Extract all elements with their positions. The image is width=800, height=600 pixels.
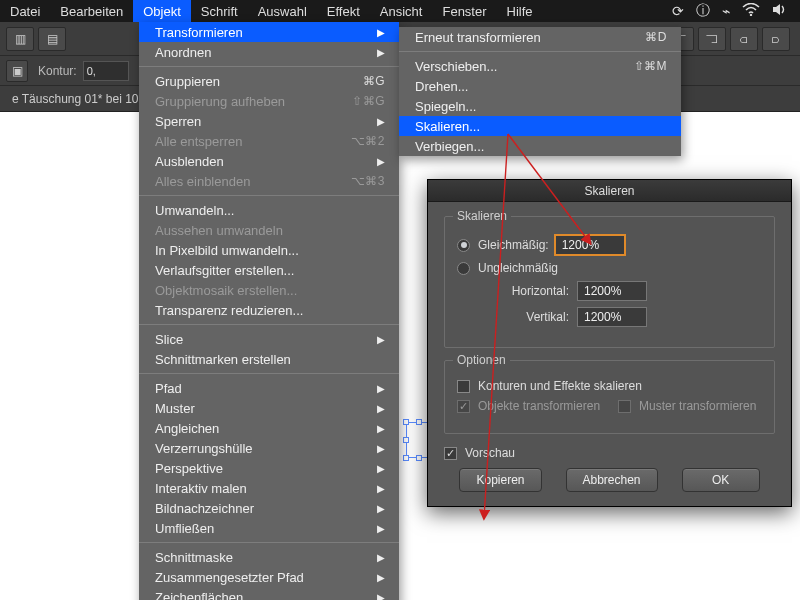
menu-item-label: Zeichenflächen (155, 590, 243, 601)
menu-fenster[interactable]: Fenster (432, 0, 496, 22)
preview-label: Vorschau (465, 446, 515, 460)
patterns-check (618, 400, 631, 413)
menu-item-label: Alle entsperren (155, 134, 242, 149)
vertical-input[interactable] (577, 307, 647, 327)
menubar: Datei Bearbeiten Objekt Schrift Auswahl … (0, 0, 800, 22)
ok-button[interactable]: OK (682, 468, 760, 492)
submenu-arrow-icon: ▶ (377, 27, 385, 38)
submenu-arrow-icon: ▶ (377, 552, 385, 563)
menu-item-label: Zusammengesetzter Pfad (155, 570, 304, 585)
menu-item-label: Angleichen (155, 421, 219, 436)
menu-item[interactable]: Pfad▶ (139, 378, 399, 398)
menu-item[interactable]: Bildnachzeichner▶ (139, 498, 399, 518)
menu-item-label: Slice (155, 332, 183, 347)
shortcut-label: ⌥⌘2 (351, 134, 385, 148)
menu-item: Alles einblenden⌥⌘3 (139, 171, 399, 191)
toolbar-button[interactable]: ▤ (38, 27, 66, 51)
svg-point-0 (750, 14, 752, 16)
align-button[interactable]: ⫎ (698, 27, 726, 51)
menu-datei[interactable]: Datei (0, 0, 50, 22)
menu-item[interactable]: Angleichen▶ (139, 418, 399, 438)
submenu-arrow-icon: ▶ (377, 116, 385, 127)
objects-check (457, 400, 470, 413)
menu-item: Alle entsperren⌥⌘2 (139, 131, 399, 151)
uniform-input[interactable] (555, 235, 625, 255)
menu-item-label: Schnittmarken erstellen (155, 352, 291, 367)
transformieren-submenu: Erneut transformieren⌘DVerschieben...⇧⌘M… (399, 27, 681, 156)
menu-item-label: Erneut transformieren (415, 30, 541, 45)
cancel-button[interactable]: Abbrechen (566, 468, 658, 492)
shortcut-label: ⌘G (363, 74, 385, 88)
menu-item-label: Anordnen (155, 45, 211, 60)
menu-item-label: Gruppieren (155, 74, 220, 89)
menu-item[interactable]: Perspektive▶ (139, 458, 399, 478)
menu-item[interactable]: In Pixelbild umwandeln... (139, 240, 399, 260)
menu-item[interactable]: Schnittmarken erstellen (139, 349, 399, 369)
horizontal-input[interactable] (577, 281, 647, 301)
menu-auswahl[interactable]: Auswahl (248, 0, 317, 22)
menu-item-label: Objektmosaik erstellen... (155, 283, 297, 298)
menu-hilfe[interactable]: Hilfe (497, 0, 543, 22)
uniform-label: Gleichmäßig: (478, 238, 549, 252)
toolbar-button[interactable]: ▥ (6, 27, 34, 51)
info-icon: ⓘ (696, 2, 710, 20)
nonuniform-radio[interactable] (457, 262, 470, 275)
menu-item-label: Verschieben... (415, 59, 497, 74)
menu-item[interactable]: Spiegeln... (399, 96, 681, 116)
menu-bearbeiten[interactable]: Bearbeiten (50, 0, 133, 22)
menu-item[interactable]: Transformieren▶ (139, 22, 399, 42)
uniform-radio[interactable] (457, 239, 470, 252)
menu-item[interactable]: Anordnen▶ (139, 42, 399, 62)
menu-item[interactable]: Transparenz reduzieren... (139, 300, 399, 320)
preview-check[interactable] (444, 447, 457, 460)
horizontal-label: Horizontal: (479, 284, 569, 298)
menu-item[interactable]: Umfließen▶ (139, 518, 399, 538)
menu-item: Aussehen umwandeln (139, 220, 399, 240)
scale-group: Skalieren Gleichmäßig: Ungleichmäßig Hor… (444, 216, 775, 348)
submenu-arrow-icon: ▶ (377, 423, 385, 434)
menu-item[interactable]: Muster▶ (139, 398, 399, 418)
menu-item[interactable]: Interaktiv malen▶ (139, 478, 399, 498)
menu-schrift[interactable]: Schrift (191, 0, 248, 22)
menu-item-label: Gruppierung aufheben (155, 94, 285, 109)
menu-item-label: Perspektive (155, 461, 223, 476)
swatch-button[interactable]: ▣ (6, 60, 28, 82)
menu-item-label: Muster (155, 401, 195, 416)
align-button[interactable]: ⫐ (762, 27, 790, 51)
menu-item[interactable]: Slice▶ (139, 329, 399, 349)
menu-item[interactable]: Sperren▶ (139, 111, 399, 131)
menu-item[interactable]: Zusammengesetzter Pfad▶ (139, 567, 399, 587)
submenu-arrow-icon: ▶ (377, 156, 385, 167)
menu-ansicht[interactable]: Ansicht (370, 0, 433, 22)
stroke-input[interactable] (83, 61, 129, 81)
menu-item-label: Transformieren (155, 25, 243, 40)
menu-item-label: In Pixelbild umwandeln... (155, 243, 299, 258)
menu-item[interactable]: Umwandeln... (139, 200, 399, 220)
shortcut-label: ⇧⌘M (634, 59, 668, 73)
bluetooth-icon: ⌁ (722, 3, 730, 19)
copy-button[interactable]: Kopieren (459, 468, 541, 492)
wifi-icon (742, 3, 760, 19)
menu-item[interactable]: Verzerrungshülle▶ (139, 438, 399, 458)
menu-item[interactable]: Verschieben...⇧⌘M (399, 56, 681, 76)
menu-item[interactable]: Ausblenden▶ (139, 151, 399, 171)
menu-item[interactable]: Drehen... (399, 76, 681, 96)
strokes-check[interactable] (457, 380, 470, 393)
menu-item[interactable]: Verbiegen... (399, 136, 681, 156)
align-button[interactable]: ⫏ (730, 27, 758, 51)
menu-item[interactable]: Verlaufsgitter erstellen... (139, 260, 399, 280)
menu-item[interactable]: Skalieren... (399, 116, 681, 136)
menu-item-label: Sperren (155, 114, 201, 129)
menu-effekt[interactable]: Effekt (317, 0, 370, 22)
shortcut-label: ⌘D (645, 30, 667, 44)
sync-icon: ⟳ (672, 3, 684, 19)
submenu-arrow-icon: ▶ (377, 383, 385, 394)
submenu-arrow-icon: ▶ (377, 463, 385, 474)
menu-objekt[interactable]: Objekt (133, 0, 191, 22)
menu-item-label: Skalieren... (415, 119, 480, 134)
menu-item[interactable]: Erneut transformieren⌘D (399, 27, 681, 47)
menu-item[interactable]: Zeichenflächen▶ (139, 587, 399, 600)
menu-item[interactable]: Gruppieren⌘G (139, 71, 399, 91)
menu-item: Gruppierung aufheben⇧⌘G (139, 91, 399, 111)
menu-item[interactable]: Schnittmaske▶ (139, 547, 399, 567)
